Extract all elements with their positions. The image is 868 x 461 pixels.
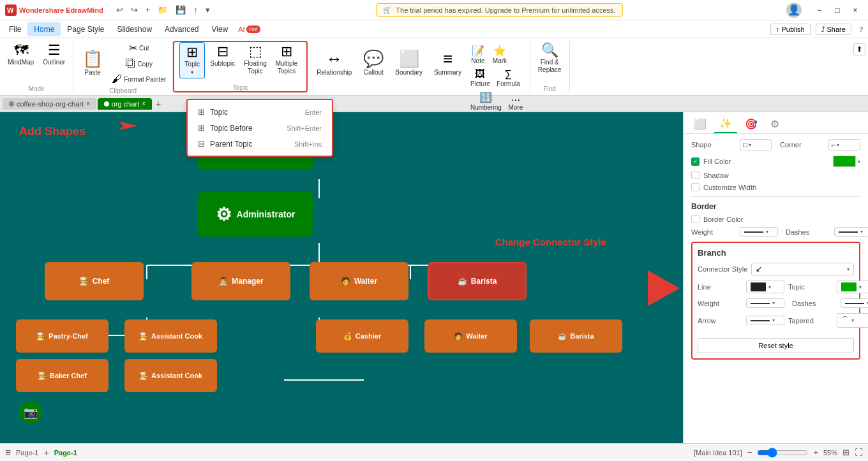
fill-color-checkbox[interactable]: ✓ [691,157,700,166]
dropdown-topic-item[interactable]: ⊞ Topic Enter [188,104,332,120]
find-replace-button[interactable]: 🔍 Find &Replace [534,41,565,77]
waiter1-node[interactable]: 🧑 Waiter [310,262,408,300]
copy-button[interactable]: ⿻ Copy [109,57,168,71]
fullscreen-button[interactable]: ⛶ [855,448,863,457]
outliner-button[interactable]: ☰ Outliner [39,41,69,69]
panel-tab-sparkle[interactable]: ✨ [714,115,737,133]
assistant-cook1-node[interactable]: 👨‍🍳 Assistant Cook [124,319,217,353]
relationship-button[interactable]: ↔ Relationship [311,41,357,85]
panel-tab-shape[interactable]: ⬜ [689,115,712,133]
menu-file[interactable]: File [3,22,27,36]
undo-button[interactable]: ↩ [114,4,126,16]
floating-topic-button[interactable]: ⬚ FloatingTopic [240,42,271,78]
assistant-cook2-node[interactable]: 👨‍🍳 Assistant Cook [124,359,217,392]
tapered-select[interactable]: ⌒ ▾ [837,313,868,328]
tab-org-chart[interactable]: org chart × [98,98,152,110]
redo-button[interactable]: ↪ [128,4,140,16]
topic-button[interactable]: ⊞ Topic ▾ [179,42,205,78]
admin-node[interactable]: ⚙ Administrator [198,192,313,237]
share-button[interactable]: ⤴ Share [816,24,851,35]
multiple-topics-button[interactable]: ⊞ MultipleTopics [272,42,301,78]
arrow-select[interactable]: ▾ [746,316,784,325]
branch-title: Branch [698,248,854,258]
menu-ai[interactable]: AI Hot [234,24,264,34]
zoom-in-button[interactable]: + [813,448,818,457]
mark-button[interactable]: ⭐ Mark [490,43,510,66]
waiter2-node[interactable]: 🧑 Waiter [424,319,517,353]
dropdown-parent-topic-item[interactable]: ⊟ Parent Topic Shift+Ins [188,136,332,152]
customize-width-checkbox[interactable] [691,183,700,191]
shadow-checkbox[interactable] [691,171,700,179]
trial-text: The trial period has expired. Upgrade to… [396,6,615,14]
user-avatar[interactable]: 👤 [786,3,802,18]
fill-color-swatch[interactable] [833,156,856,167]
tab-coffee-shop[interactable]: coffee-shop-org-chart × [3,98,96,110]
connector-style-chevron: ▾ [847,267,849,272]
cut-button[interactable]: ✂ Cut [109,41,168,55]
tab-add-button[interactable]: + [153,99,163,109]
help-button[interactable]: ? [857,24,865,34]
chef-node[interactable]: 👨‍🍳 Chef [45,262,144,300]
zoom-slider[interactable] [757,448,808,458]
panel-tab-topic[interactable]: 🎯 [740,115,763,133]
maximize-button[interactable]: □ [830,4,845,17]
save-file-button[interactable]: 💾 [173,4,188,16]
line-color-swatch[interactable]: ▾ [746,281,784,293]
reset-style-button[interactable]: Reset style [698,338,854,353]
shape-select[interactable]: □ ▾ [740,139,772,150]
numbering-button[interactable]: 🔢 Numbering [468,90,504,112]
menu-home[interactable]: Home [27,22,61,36]
note-button[interactable]: 📝 Note [468,43,488,66]
zoom-out-button[interactable]: − [747,448,752,457]
ribbon-collapse-button[interactable]: ⬆ [853,43,865,55]
boundary-button[interactable]: ⬜ Boundary [390,41,428,85]
barista2-node[interactable]: ☕ Barista [530,319,622,353]
callout-button[interactable]: 💬 Callout [358,41,389,85]
page-1-tab[interactable]: Page-1 [16,449,38,457]
branch-dashes-select[interactable]: ▾ [841,298,868,308]
connector-style-select[interactable]: ↙ ▾ [751,263,854,275]
new-file-button[interactable]: + [143,4,153,16]
picture-button[interactable]: 🖼 Picture [468,67,493,89]
manager-node[interactable]: 👨‍💼 Manager [191,262,290,300]
paste-button[interactable]: 📋 Paste [77,41,108,85]
fit-button[interactable]: ⊞ [842,448,849,457]
panel-tab-settings[interactable]: ⚙ [765,115,784,133]
minimize-button[interactable]: − [812,4,827,17]
border-color-checkbox[interactable] [691,215,700,223]
more-button[interactable]: … More [505,90,526,112]
branch-weight-select[interactable]: ▾ [746,298,784,308]
format-painter-button[interactable]: 🖌 Format Painter [109,72,168,86]
cashier-node[interactable]: 💰 Cashier [316,319,408,353]
tab-org-close[interactable]: × [142,100,146,107]
subtopic-button[interactable]: ⊟ Subtopic [206,42,239,70]
active-page-tab[interactable]: Page-1 [54,449,77,457]
weight-select[interactable]: ▾ [740,227,778,237]
dropdown-topic-before-item[interactable]: ⊞ Topic Before Shift+Enter [188,120,332,136]
dashes-select[interactable]: ▾ [834,227,868,237]
canvas[interactable]: Add Shapes 👨‍💼 Owne [0,112,683,443]
baker-chef-node[interactable]: 👨‍🍳 Baker Chef [16,359,108,392]
mindmap-button[interactable]: 🗺 MindMap [4,41,38,69]
export-button[interactable]: ↑ [191,4,200,16]
relationship-icon: ↔ [326,50,343,67]
menu-slideshow[interactable]: Slideshow [110,22,158,36]
menu-advanced[interactable]: Advanced [158,22,205,36]
menu-page-style[interactable]: Page Style [61,22,110,36]
camera-icon[interactable]: 📷 [19,401,42,424]
add-page-button[interactable]: + [43,448,49,458]
publish-button[interactable]: ↑ Publish [770,24,811,35]
trial-banner[interactable]: 🛒 The trial period has expired. Upgrade … [376,3,622,17]
corner-select[interactable]: ⌐ ▾ [828,139,860,150]
topic-color-swatch[interactable]: ▾ [837,281,868,293]
formula-button[interactable]: ∑ Formula [494,67,523,89]
pastry-chef-node[interactable]: 👨‍🍳 Pastry-Chef [16,319,108,353]
open-file-button[interactable]: 📁 [155,4,170,16]
view-toggle[interactable]: ⊞ [5,448,11,457]
barista1-node[interactable]: ☕ Barista [428,262,527,300]
more-button[interactable]: ▾ [203,4,213,16]
summary-button[interactable]: ≡ Summary [429,41,467,85]
menu-view[interactable]: View [205,22,234,36]
tab-coffee-close[interactable]: × [86,100,90,107]
close-button[interactable]: × [848,4,863,17]
